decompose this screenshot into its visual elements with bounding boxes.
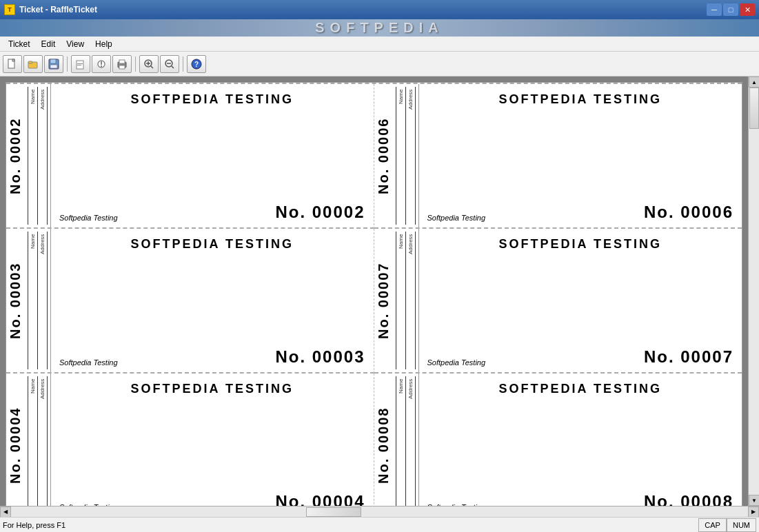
help-toolbar-button[interactable]: ? — [187, 55, 206, 73]
ticket-number-large: No. 00003 — [275, 347, 365, 367]
maximize-button[interactable]: □ — [723, 3, 738, 16]
status-bar: For Help, press F1 CAP NUM — [0, 517, 759, 532]
v-line-1 — [28, 87, 28, 225]
ticket-title: SOFTPEDIA TESTING — [59, 237, 365, 252]
vertical-scrollbar[interactable]: ▲ ▼ — [748, 76, 759, 506]
menu-help[interactable]: Help — [90, 38, 118, 50]
horizontal-scrollbar[interactable]: ◀ ▶ — [0, 506, 759, 517]
stub-number: No. 00003 — [6, 229, 25, 372]
ticket-main: SOFTPEDIA TESTING Softpedia Testing No. … — [419, 84, 742, 227]
ticket-ticket-00008: No. 00008 Name Address Phone SOFTPEDIA T… — [374, 374, 742, 506]
scroll-thumb-h[interactable] — [306, 507, 361, 517]
ticket-body — [59, 257, 365, 347]
toolbar: ? — [0, 52, 759, 76]
title-bar-left: T Ticket - RaffleTicket — [4, 4, 97, 15]
print-button[interactable] — [112, 55, 132, 73]
ticket-title: SOFTPEDIA TESTING — [59, 92, 365, 107]
v-line-2 — [405, 376, 406, 506]
v-line-3 — [415, 232, 416, 369]
v-line-1 — [28, 232, 28, 369]
svg-rect-14 — [119, 65, 125, 69]
scroll-thumb-v[interactable] — [749, 88, 759, 129]
name-line: Name — [26, 232, 36, 369]
ticket-footer: Softpedia Testing No. 00004 — [59, 492, 365, 506]
phone-line: Phone — [414, 376, 419, 506]
scroll-left-arrow[interactable]: ◀ — [0, 507, 11, 518]
phone-line: Phone — [414, 87, 419, 225]
stub-lines: Name Address Phone — [25, 374, 51, 506]
app-icon: T — [4, 4, 15, 15]
menu-view[interactable]: View — [61, 38, 90, 50]
phone-label: Phone — [417, 376, 419, 506]
ticket-main: SOFTPEDIA TESTING Softpedia Testing No. … — [51, 374, 374, 506]
menu-ticket[interactable]: Ticket — [3, 38, 36, 50]
properties-button[interactable] — [92, 55, 111, 73]
name-label: Name — [30, 87, 36, 225]
svg-rect-5 — [50, 65, 57, 68]
svg-rect-13 — [119, 60, 125, 63]
new-button[interactable] — [3, 55, 22, 73]
ticket-title: SOFTPEDIA TESTING — [427, 237, 734, 252]
ticket-number-large: No. 00007 — [644, 347, 733, 367]
window-header-decoration: SOFTPEDIA — [0, 19, 759, 37]
stub-lines: Name Address Phone — [25, 229, 51, 372]
name-label: Name — [30, 376, 36, 506]
name-label: Name — [398, 376, 404, 506]
main-area: No. 00002 Name Address Phone SOFTPEDIA T… — [0, 76, 759, 517]
ticket-footer: Softpedia Testing No. 00003 — [59, 347, 365, 367]
close-button[interactable]: ✕ — [740, 3, 755, 16]
v-line-1 — [28, 376, 28, 506]
address-line: Address — [36, 232, 45, 369]
ticket-org: Softpedia Testing — [427, 214, 486, 222]
address-label: Address — [39, 232, 45, 369]
scroll-right-arrow[interactable]: ▶ — [748, 507, 759, 518]
menu-bar: Ticket Edit View Help — [0, 37, 759, 52]
open-button[interactable] — [23, 55, 43, 73]
v-line-3 — [47, 232, 48, 369]
toolbar-sep-3 — [183, 57, 183, 72]
stub-number: No. 00002 — [6, 84, 25, 227]
phone-label: Phone — [417, 87, 419, 225]
phone-line: Phone — [45, 232, 51, 369]
ticket-title: SOFTPEDIA TESTING — [59, 382, 365, 396]
ticket-number-large: No. 00006 — [644, 203, 733, 222]
ticket-stub: No. 00004 Name Address Phone — [6, 374, 51, 506]
ticket-body — [59, 402, 365, 492]
ticket-ticket-00002: No. 00002 Name Address Phone SOFTPEDIA T… — [6, 84, 374, 229]
name-label: Name — [30, 232, 36, 369]
ticket-main: SOFTPEDIA TESTING Softpedia Testing No. … — [419, 374, 742, 506]
ticket-number-large: No. 00004 — [275, 492, 365, 506]
ticket-stub: No. 00002 Name Address Phone — [6, 84, 51, 227]
ticket-footer: Softpedia Testing No. 00002 — [59, 203, 365, 222]
print-preview-button[interactable] — [71, 55, 90, 73]
svg-text:?: ? — [194, 61, 199, 68]
stub-number: No. 00006 — [374, 84, 393, 227]
status-help-text: For Help, press F1 — [3, 521, 698, 529]
ticket-ticket-00004: No. 00004 Name Address Phone SOFTPEDIA T… — [6, 374, 374, 506]
phone-label: Phone — [417, 232, 419, 369]
ticket-stub: No. 00003 Name Address Phone — [6, 229, 51, 372]
ticket-body — [427, 257, 734, 347]
header-watermark: SOFTPEDIA — [315, 20, 443, 36]
ticket-body — [59, 112, 365, 203]
ticket-main: SOFTPEDIA TESTING Softpedia Testing No. … — [51, 84, 374, 227]
zoom-in-button[interactable] — [139, 55, 159, 73]
menu-edit[interactable]: Edit — [36, 38, 61, 50]
v-line-3 — [47, 376, 48, 506]
ticket-ticket-00003: No. 00003 Name Address Phone SOFTPEDIA T… — [6, 229, 374, 374]
v-line-3 — [415, 376, 416, 506]
v-line-2 — [37, 87, 38, 225]
window-title: Ticket - RaffleTicket — [19, 5, 97, 14]
ticket-title: SOFTPEDIA TESTING — [427, 382, 734, 396]
ticket-grid: No. 00002 Name Address Phone SOFTPEDIA T… — [6, 83, 742, 506]
ticket-body — [427, 112, 734, 203]
minimize-button[interactable]: ─ — [707, 3, 722, 16]
scroll-area: No. 00002 Name Address Phone SOFTPEDIA T… — [0, 76, 759, 506]
scroll-up-arrow[interactable]: ▲ — [749, 76, 759, 88]
zoom-out-button[interactable] — [160, 55, 179, 73]
svg-rect-8 — [77, 65, 81, 65]
v-line-2 — [405, 232, 406, 369]
save-button[interactable] — [44, 55, 63, 73]
address-line: Address — [36, 87, 45, 225]
scroll-down-arrow[interactable]: ▼ — [749, 495, 759, 506]
